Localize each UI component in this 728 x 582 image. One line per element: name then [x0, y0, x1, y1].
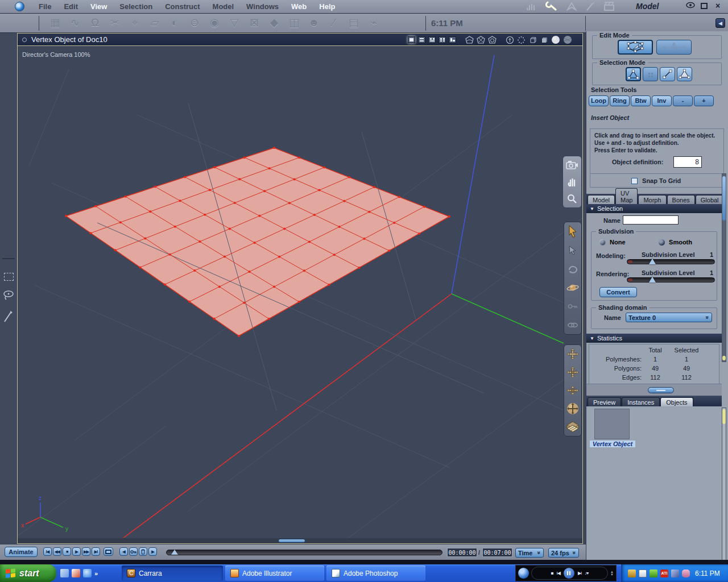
- wireframe-cube-icon[interactable]: [528, 36, 537, 44]
- play-button[interactable]: ▶: [72, 547, 81, 556]
- layout-three-pane-icon[interactable]: [428, 36, 436, 43]
- viewport-canvas[interactable]: zxy Director's Camera 100%: [18, 47, 582, 538]
- viewport-menu-icon[interactable]: [22, 38, 27, 42]
- layout-two-pane-icon[interactable]: [418, 36, 425, 43]
- unfold-tool-icon[interactable]: ◫: [287, 15, 301, 30]
- scroll-thumb[interactable]: [722, 409, 726, 424]
- convert-button[interactable]: Convert: [599, 287, 637, 297]
- slider-thumb[interactable]: [649, 259, 656, 264]
- menu-file[interactable]: File: [32, 1, 57, 13]
- shading-domain-dropdown[interactable]: Texture 0 »: [626, 313, 712, 322]
- selection-tool-minus[interactable]: -: [673, 95, 693, 106]
- delete-key-button[interactable]: [139, 547, 147, 556]
- radio-none[interactable]: [599, 239, 606, 246]
- viewport-hscrollbar[interactable]: [18, 538, 582, 543]
- spline-tool-icon[interactable]: ∿: [68, 15, 82, 30]
- collapse-panel-button[interactable]: ◀: [715, 18, 725, 28]
- knife-tool-icon[interactable]: [2, 309, 15, 324]
- animate-button[interactable]: Animate: [5, 547, 38, 557]
- next-button[interactable]: ▶I: [578, 571, 581, 576]
- add-key-button[interactable]: [129, 547, 138, 556]
- current-time-field[interactable]: 00:00:00: [447, 548, 477, 557]
- menu-construct[interactable]: Construct: [159, 1, 206, 13]
- go-end-button[interactable]: ▶I: [92, 547, 100, 556]
- texture-pen-icon[interactable]: [566, 1, 577, 11]
- selection-section-header[interactable]: ▼ Selection: [586, 204, 722, 213]
- menu-edit[interactable]: Edit: [57, 1, 84, 13]
- hscroll-thumb[interactable]: [278, 539, 305, 543]
- select-edge-button[interactable]: [660, 67, 675, 81]
- move-arrow-icon[interactable]: [565, 243, 580, 257]
- camera-view-2-icon[interactable]: [477, 36, 485, 44]
- transform-tool-icon[interactable]: ▱: [147, 15, 162, 30]
- edit-mode-gizmo-button[interactable]: [656, 40, 692, 55]
- ati-tray-icon[interactable]: ATI: [660, 569, 668, 577]
- quick-launch-more[interactable]: »: [94, 570, 98, 577]
- track-tool-icon[interactable]: [565, 384, 580, 397]
- deskband-arrows[interactable]: ▲▼: [610, 571, 614, 576]
- table-tool-icon[interactable]: ▤: [346, 15, 361, 30]
- select-face-button[interactable]: [677, 67, 692, 81]
- tab-global[interactable]: Global: [696, 195, 724, 204]
- task-adobe-photoshop[interactable]: Adobe Photoshop: [326, 566, 425, 581]
- task-adobe-illustrator[interactable]: Adobe Illustrator: [225, 566, 324, 581]
- lathe-tool-icon[interactable]: ⊜: [187, 15, 202, 30]
- radio-smooth[interactable]: [659, 239, 665, 246]
- pan-hand-icon[interactable]: [565, 175, 580, 189]
- panel-splitter[interactable]: [586, 384, 722, 396]
- panel-scrollbar[interactable]: [722, 173, 726, 362]
- next-key-button[interactable]: ▶: [148, 547, 157, 556]
- scroll-thumb[interactable]: [722, 176, 726, 221]
- object-definition-input[interactable]: 8: [673, 156, 702, 168]
- end-time-field[interactable]: 00:07:00: [482, 548, 512, 557]
- edit-mode-vertex-button[interactable]: [618, 40, 653, 55]
- name-input[interactable]: [623, 215, 679, 225]
- display-tray-icon[interactable]: [639, 569, 647, 577]
- assemble-hand-icon[interactable]: [526, 1, 537, 11]
- pan-camera-tool-icon[interactable]: [565, 365, 580, 379]
- selection-tool-ring[interactable]: Ring: [610, 95, 630, 106]
- start-button[interactable]: start: [0, 564, 56, 582]
- extrude-tool-icon[interactable]: ◉: [207, 15, 222, 30]
- tab-objects[interactable]: Objects: [660, 397, 693, 406]
- scissors-tool-icon[interactable]: ✂: [107, 15, 122, 30]
- update-tray-icon[interactable]: [650, 569, 657, 577]
- media-player-icon[interactable]: [518, 568, 529, 579]
- reset-view-icon[interactable]: [565, 420, 580, 434]
- vertex-object-thumbnail[interactable]: [594, 409, 630, 439]
- textured-sphere-icon[interactable]: [563, 35, 572, 44]
- selection-tool-loop[interactable]: Loop: [589, 95, 609, 106]
- pin-tool-icon[interactable]: ⌖: [127, 15, 142, 30]
- show-desktop-icon[interactable]: [60, 569, 69, 577]
- lasso-select-icon[interactable]: [2, 289, 15, 301]
- snap-to-grid-checkbox[interactable]: [631, 178, 638, 184]
- stop-button[interactable]: ■: [63, 547, 71, 556]
- close-icon[interactable]: ×: [713, 2, 722, 10]
- figure-tool-icon[interactable]: ☻: [307, 15, 321, 30]
- vertex-object-label[interactable]: Vertex Object: [590, 440, 635, 447]
- menu-view[interactable]: View: [84, 1, 113, 13]
- fps-dropdown[interactable]: 24 fps »: [548, 548, 579, 558]
- viewport-title-bar[interactable]: Vertex Object of Doc10: [18, 34, 582, 46]
- tab-preview[interactable]: Preview: [588, 397, 621, 406]
- tab-model[interactable]: Model: [588, 195, 615, 204]
- modeling-subdivision-slider[interactable]: [627, 259, 715, 264]
- frame-tool-icon[interactable]: ⊠: [247, 15, 262, 30]
- render-film-icon[interactable]: [603, 1, 616, 11]
- tab-uv-map[interactable]: UV Map: [615, 188, 638, 204]
- rewind-button[interactable]: ◀◀: [53, 547, 61, 556]
- previous-key-button[interactable]: ◀: [119, 547, 128, 556]
- glass-tool-icon[interactable]: ▽: [227, 15, 242, 30]
- rotate-tool-icon[interactable]: [565, 262, 580, 276]
- shaded-sphere-icon[interactable]: [551, 35, 560, 44]
- pen-tool-icon[interactable]: ∕: [326, 15, 341, 30]
- grid-tool-icon[interactable]: ▦: [48, 15, 63, 30]
- camera-view-3-icon[interactable]: [488, 36, 497, 44]
- subdivision-smooth-option[interactable]: Smooth: [659, 239, 692, 246]
- network-tray-icon[interactable]: [671, 569, 679, 577]
- camera-icon[interactable]: [565, 158, 580, 172]
- selection-tool-btw[interactable]: Btw: [631, 95, 651, 106]
- camera-label[interactable]: Director's Camera 100%: [22, 51, 90, 58]
- menu-web[interactable]: Web: [285, 1, 313, 13]
- select-vertex-button[interactable]: [626, 67, 641, 81]
